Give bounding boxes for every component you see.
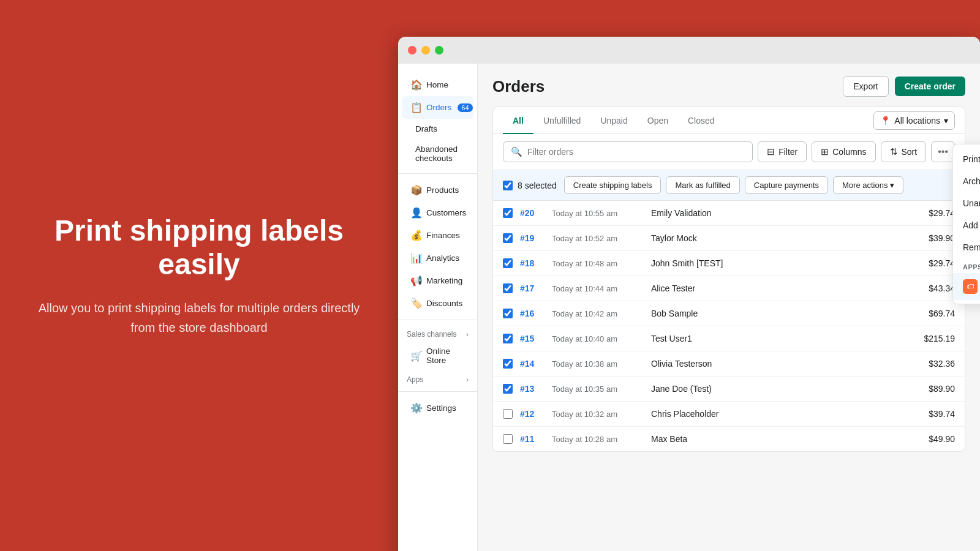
- row-checkbox[interactable]: [503, 283, 513, 293]
- tab-unfulfilled[interactable]: Unfulfilled: [533, 107, 590, 134]
- sidebar-item-online-store[interactable]: 🛒 Online Store: [402, 341, 473, 370]
- table-row: #12 Today at 10:32 am Chris Placeholder …: [493, 402, 965, 427]
- location-filter-label: All locations: [894, 116, 940, 126]
- create-shipping-labels-button[interactable]: Create shipping labels: [564, 176, 662, 194]
- row-checkbox[interactable]: [503, 334, 513, 343]
- sidebar-section-sales-channels[interactable]: Sales channels ›: [398, 325, 477, 341]
- apps-section-label: Apps: [407, 375, 423, 384]
- orders-badge: 64: [458, 103, 472, 112]
- header-actions: Export Create order: [843, 76, 965, 97]
- dropdown-unarchive[interactable]: Unarchive orders: [953, 192, 980, 214]
- minimize-button-icon[interactable]: [421, 46, 430, 54]
- row-amount: $32.36: [912, 359, 955, 369]
- row-order-num[interactable]: #15: [520, 334, 545, 343]
- sidebar-divider-3: [398, 391, 477, 392]
- sort-button[interactable]: ⇅ Sort: [881, 141, 927, 162]
- row-customer: Chris Placeholder: [651, 409, 905, 419]
- search-input[interactable]: [527, 147, 745, 157]
- row-checkbox[interactable]: [503, 233, 513, 243]
- filter-label: Filter: [778, 147, 797, 157]
- row-customer: Taylor Mock: [651, 233, 905, 243]
- row-time: Today at 10:55 am: [552, 209, 644, 218]
- row-amount: $39.90: [912, 233, 955, 243]
- row-order-num[interactable]: #20: [520, 208, 545, 218]
- sidebar-item-settings[interactable]: ⚙️ Settings: [402, 397, 473, 419]
- search-box[interactable]: 🔍: [503, 141, 753, 162]
- row-checkbox[interactable]: [503, 309, 513, 318]
- row-checkbox[interactable]: [503, 208, 513, 218]
- row-checkbox[interactable]: [503, 359, 513, 369]
- row-order-num[interactable]: #17: [520, 283, 545, 293]
- sidebar-item-drafts[interactable]: Drafts: [402, 119, 473, 139]
- row-time: Today at 10:32 am: [552, 410, 644, 419]
- row-amount: $29.74: [912, 258, 955, 268]
- sidebar-item-finances[interactable]: 💰 Finances: [402, 224, 473, 247]
- sidebar-divider-1: [398, 173, 477, 174]
- row-checkbox[interactable]: [503, 258, 513, 268]
- dropdown-remove-tags[interactable]: Remove tags: [953, 236, 980, 258]
- sidebar-item-products[interactable]: 📦 Products: [402, 179, 473, 201]
- close-button-icon[interactable]: [408, 46, 417, 54]
- export-button[interactable]: Export: [843, 76, 888, 97]
- row-order-num[interactable]: #14: [520, 359, 545, 369]
- promo-title: Print shipping labels easily: [37, 214, 361, 281]
- location-filter[interactable]: 📍 All locations ▾: [873, 111, 955, 130]
- row-order-num[interactable]: #19: [520, 233, 545, 243]
- promo-panel: Print shipping labels easily Allow you t…: [0, 0, 398, 551]
- tab-all[interactable]: All: [503, 107, 533, 134]
- sidebar-label-drafts: Drafts: [415, 124, 437, 133]
- filter-button[interactable]: ⊟ Filter: [758, 141, 807, 162]
- sidebar-item-abandoned[interactable]: Abandonedcheckouts: [402, 139, 473, 168]
- customers-icon: 👤: [410, 207, 421, 219]
- sidebar-item-customers[interactable]: 👤 Customers: [402, 201, 473, 224]
- sidebar-divider-2: [398, 320, 477, 320]
- tabs-list: All Unfulfilled Unpaid Open Closed: [503, 107, 725, 133]
- row-order-num[interactable]: #18: [520, 258, 545, 268]
- browser-titlebar: [398, 37, 980, 64]
- tab-unpaid[interactable]: Unpaid: [590, 107, 637, 134]
- sidebar-item-marketing[interactable]: 📢 Marketing: [402, 269, 473, 292]
- sidebar-item-home[interactable]: 🏠 Home: [402, 73, 473, 96]
- more-actions-label: More actions: [842, 181, 888, 190]
- page-title: Orders: [492, 77, 545, 96]
- row-order-num[interactable]: #16: [520, 309, 545, 318]
- dropdown-apps-header: APPS: [953, 258, 980, 273]
- tab-closed[interactable]: Closed: [678, 107, 725, 134]
- location-chevron-icon: ▾: [944, 116, 948, 126]
- sidebar-item-orders[interactable]: 📋 Orders 64: [402, 96, 473, 119]
- bulk-selected-count: 8 selected: [518, 181, 557, 190]
- mark-as-fulfilled-button[interactable]: Mark as fulfilled: [666, 176, 739, 194]
- fullscreen-button-icon[interactable]: [435, 46, 443, 54]
- sidebar-item-analytics[interactable]: 📊 Analytics: [402, 247, 473, 269]
- create-order-button[interactable]: Create order: [895, 77, 965, 96]
- columns-button[interactable]: ⊞ Columns: [812, 141, 875, 162]
- dropdown-archive[interactable]: Archive orders: [953, 170, 980, 192]
- row-checkbox[interactable]: [503, 384, 513, 394]
- more-button[interactable]: •••: [931, 141, 955, 162]
- row-time: Today at 10:28 am: [552, 435, 644, 444]
- sidebar-label-analytics: Analytics: [426, 253, 459, 263]
- more-actions-button[interactable]: More actions ▾: [833, 176, 903, 194]
- sidebar-section-apps[interactable]: Apps ›: [398, 370, 477, 386]
- row-checkbox[interactable]: [503, 409, 513, 419]
- bulk-select-all-checkbox[interactable]: [503, 181, 513, 190]
- row-order-num[interactable]: #12: [520, 409, 545, 419]
- dropdown-auto-print-labels[interactable]: 🏷 Auto Print Labels: [953, 273, 980, 300]
- bulk-action-bar: 8 selected Create shipping labels Mark a…: [493, 170, 965, 201]
- row-amount: $69.74: [912, 309, 955, 318]
- row-order-num[interactable]: #13: [520, 384, 545, 394]
- capture-payments-button[interactable]: Capture payments: [745, 176, 828, 194]
- app-layout: 🏠 Home 📋 Orders 64 Drafts Abandonedcheck…: [398, 64, 980, 551]
- tab-open[interactable]: Open: [638, 107, 678, 134]
- row-amount: $89.90: [912, 384, 955, 394]
- sidebar-label-settings: Settings: [426, 403, 456, 413]
- dropdown-print-packing[interactable]: Print packing slips: [953, 148, 980, 170]
- row-order-num[interactable]: #11: [520, 434, 545, 444]
- row-customer: Olivia Testerson: [651, 359, 905, 369]
- sidebar-item-discounts[interactable]: 🏷️ Discounts: [402, 292, 473, 315]
- sort-icon: ⇅: [890, 146, 898, 157]
- row-checkbox[interactable]: [503, 434, 513, 444]
- sidebar: 🏠 Home 📋 Orders 64 Drafts Abandonedcheck…: [398, 64, 478, 551]
- traffic-lights: [408, 46, 443, 54]
- dropdown-add-tags[interactable]: Add tags: [953, 214, 980, 236]
